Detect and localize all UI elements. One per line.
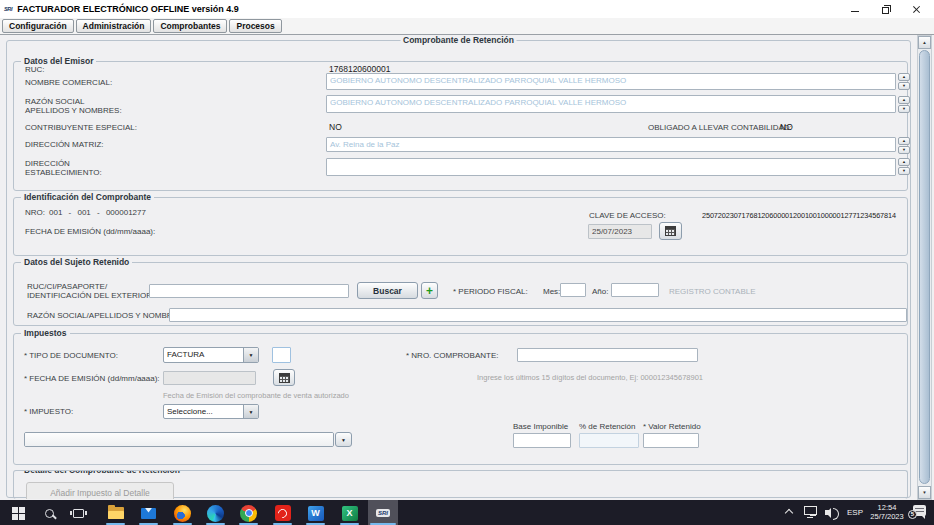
speaker-icon[interactable] <box>825 510 829 515</box>
tray-chevron-up-icon[interactable] <box>785 509 793 517</box>
start-button[interactable] <box>6 501 31 525</box>
window-title: FACTURADOR ELECTRÓNICO OFFLINE versión 4… <box>17 4 239 14</box>
chevron-down-icon: ▼ <box>341 437 346 443</box>
spinner-down-icon[interactable]: ▼ <box>898 82 910 90</box>
fecha-emision-impuesto-calendar-button[interactable] <box>273 369 295 386</box>
fecha-emision-calendar-button[interactable] <box>659 222 682 240</box>
taskbar-search-button[interactable] <box>37 501 62 525</box>
codigo-retencion-combo[interactable] <box>24 432 334 447</box>
detalle-comprobante-group: Detalle del Comprobante de Retención Aña… <box>13 470 908 499</box>
notification-center-button[interactable]: 5 <box>913 505 926 516</box>
clave-acceso-value: 2507202307176812060000120010010000012771… <box>702 211 896 221</box>
mail-icon <box>141 508 156 519</box>
fecha-emision-impuesto-field[interactable] <box>163 371 256 385</box>
scroll-down-button[interactable]: ▼ <box>918 486 931 499</box>
direccion-matriz-spinner[interactable]: ▲▼ <box>898 137 910 154</box>
sujeto-retenido-title: Datos del Sujeto Retenido <box>21 257 132 268</box>
razon-social-field[interactable]: GOBIERNO AUTONOMO DESCENTRALIZADO PARROQ… <box>326 95 896 113</box>
agregar-sujeto-button[interactable]: + <box>421 282 438 299</box>
clave-acceso-label: CLAVE DE ACCESO: <box>589 211 666 220</box>
restore-button[interactable] <box>870 0 901 18</box>
spinner-up-icon[interactable]: ▲ <box>898 73 910 81</box>
direccion-establecimiento-spinner[interactable]: ▲▼ <box>898 158 910 175</box>
razon-social-sujeto-field[interactable] <box>169 308 907 322</box>
razon-social-spinner[interactable]: ▲▼ <box>898 96 910 113</box>
spinner-down-icon[interactable]: ▼ <box>898 146 910 154</box>
word-icon: W <box>308 506 324 521</box>
tray-clock[interactable]: 12:54 25/7/2023 <box>864 503 910 521</box>
contribuyente-especial-label: CONTRIBUYENTE ESPECIAL: <box>25 123 137 132</box>
close-button[interactable] <box>901 0 932 18</box>
scroll-up-button[interactable]: ▲ <box>918 36 931 49</box>
acrobat-button[interactable] <box>270 501 295 525</box>
direccion-establecimiento-label-line2: ESTABLECIMIENTO: <box>25 168 102 177</box>
detalle-comprobante-title: Detalle del Comprobante de Retención <box>21 470 183 476</box>
anio-field[interactable] <box>611 283 659 297</box>
minimize-icon <box>851 11 859 12</box>
fecha-emision-impuesto-label: * FECHA DE EMISIÓN (dd/mm/aaaa): <box>24 374 160 383</box>
base-imponible-field[interactable] <box>513 433 571 448</box>
fecha-emision-label: FECHA DE EMISIÓN (dd/mm/aaaa): <box>25 227 155 236</box>
fecha-emision-field[interactable] <box>588 224 652 239</box>
chrome-button[interactable] <box>236 501 261 525</box>
chevron-down-icon: ▼ <box>243 348 258 362</box>
mail-button[interactable] <box>136 501 161 525</box>
impuesto-value: Seleccione... <box>164 405 243 418</box>
network-icon[interactable] <box>804 506 817 515</box>
spinner-down-icon[interactable]: ▼ <box>898 105 910 113</box>
mes-field[interactable] <box>560 283 586 297</box>
restore-icon <box>882 7 889 14</box>
menu-comprobantes[interactable]: Comprobantes <box>153 19 227 33</box>
tipo-documento-combo[interactable]: FACTURA ▼ <box>163 347 259 363</box>
nombre-comercial-field[interactable]: GOBIERNO AUTONOMO DESCENTRALIZADO PARROQ… <box>326 73 896 90</box>
spinner-down-icon[interactable]: ▼ <box>898 167 910 175</box>
ruc-ci-pasaporte-field[interactable] <box>149 284 349 298</box>
task-view-icon <box>73 509 84 518</box>
valor-retenido-field[interactable] <box>643 433 699 448</box>
calendar-icon <box>279 373 290 383</box>
spinner-up-icon[interactable]: ▲ <box>898 96 910 104</box>
acrobat-icon <box>275 505 291 521</box>
codigo-retencion-combo-arrow[interactable]: ▼ <box>335 432 352 447</box>
scrollbar-thumb[interactable] <box>919 50 930 484</box>
contribuyente-especial-value: NO <box>329 122 342 132</box>
spinner-up-icon[interactable]: ▲ <box>898 137 910 145</box>
sujeto-retenido-group: Datos del Sujeto Retenido RUC/CI/PASAPOR… <box>13 262 908 326</box>
menu-administracion[interactable]: Administración <box>76 19 152 33</box>
buscar-button[interactable]: Buscar <box>357 282 418 299</box>
firefox-button[interactable] <box>170 501 195 525</box>
nro-comprobante-field[interactable] <box>517 348 698 362</box>
direccion-matriz-label: DIRECCIÓN MATRIZ: <box>25 140 104 149</box>
nombre-comercial-spinner[interactable]: ▲▼ <box>898 73 910 90</box>
edge-button[interactable] <box>203 501 228 525</box>
direccion-establecimiento-field[interactable] <box>326 158 896 176</box>
language-indicator[interactable]: ESP <box>847 508 863 517</box>
mes-label: Mes: <box>543 287 560 296</box>
registro-contable-label: REGISTRO CONTABLE <box>669 287 756 296</box>
ruc-ci-pasaporte-label-line1: RUC/CI/PASAPORTE/ <box>27 282 107 291</box>
impuestos-title: Impuestos <box>21 328 70 339</box>
minimize-button[interactable] <box>839 0 870 18</box>
identificacion-comprobante-group: Identificación del Comprobante NRO: 001 … <box>13 197 908 256</box>
notification-badge: 5 <box>908 510 917 519</box>
direccion-matriz-field[interactable]: Av. Reina de la Paz <box>326 137 896 152</box>
impuesto-combo[interactable]: Seleccione... ▼ <box>163 404 259 419</box>
aniadir-impuesto-button[interactable]: Añadir Impuesto al Detalle <box>26 482 174 499</box>
ruc-label: RUC: <box>25 65 45 74</box>
task-view-button[interactable] <box>66 501 91 525</box>
calendar-icon <box>665 226 676 236</box>
titlebar: SRI FACTURADOR ELECTRÓNICO OFFLINE versi… <box>0 0 934 18</box>
menu-procesos[interactable]: Procesos <box>229 19 281 33</box>
plus-icon: + <box>426 284 433 298</box>
word-button[interactable]: W <box>303 501 328 525</box>
fecha-emision-hint: Fecha de Emisión del comprobante de vent… <box>163 391 349 400</box>
tipo-documento-codigo-field[interactable] <box>272 347 291 363</box>
sri-taskbar-button[interactable]: SRI <box>368 500 398 525</box>
vertical-scrollbar[interactable]: ▲ ▼ <box>917 35 932 500</box>
sri-app-icon: SRI <box>4 6 12 12</box>
spinner-up-icon[interactable]: ▲ <box>898 158 910 166</box>
porcentaje-retencion-field[interactable] <box>579 433 639 448</box>
file-explorer-button[interactable] <box>103 501 128 525</box>
menu-configuracion[interactable]: Configuración <box>2 19 74 33</box>
excel-button[interactable]: X <box>337 501 362 525</box>
